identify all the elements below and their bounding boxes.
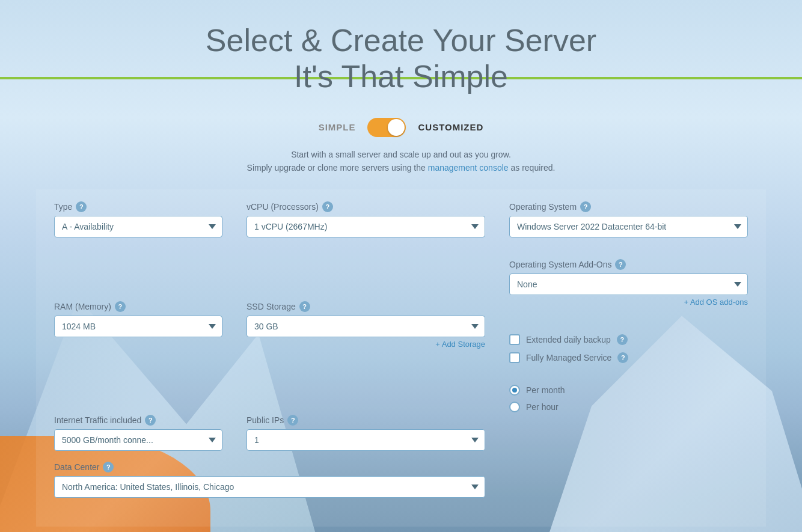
os-addons-field-group: Operating System Add-Ons ? None cPanel P… xyxy=(509,259,748,307)
datacenter-field-group: Data Center ? North America: United Stat… xyxy=(54,462,485,498)
mode-toggle-switch[interactable] xyxy=(367,118,406,137)
vcpu-help-icon[interactable]: ? xyxy=(322,201,333,212)
public-ips-help-icon[interactable]: ? xyxy=(287,415,298,426)
datacenter-help-icon[interactable]: ? xyxy=(103,462,114,472)
per-hour-row: Per hour xyxy=(509,402,748,412)
os-help-icon[interactable]: ? xyxy=(580,201,591,212)
vcpu-field-group: vCPU (Processors) ? 1 vCPU (2667MHz) 2 v… xyxy=(246,201,485,290)
customized-label: CUSTOMIZED xyxy=(418,122,483,132)
managed-service-row: Fully Managed Service ? xyxy=(509,352,748,363)
public-ips-select[interactable]: 1 2 3 4 5 xyxy=(246,429,485,451)
public-ips-label: Public IPs ? xyxy=(246,415,485,426)
os-field-group: Operating System ? Windows Server 2022 D… xyxy=(509,201,748,237)
per-hour-radio[interactable] xyxy=(509,402,520,412)
ram-help-icon[interactable]: ? xyxy=(115,301,126,312)
os-addons-select[interactable]: None cPanel Plesk xyxy=(509,274,748,295)
ssd-label: SSD Storage ? xyxy=(246,301,485,312)
type-select[interactable]: A - Availability P - Performance M - Mem… xyxy=(54,216,222,237)
extended-backup-checkbox[interactable] xyxy=(509,334,520,345)
title-line1: Select & Create Your Server xyxy=(206,23,596,58)
datacenter-select[interactable]: North America: United States, Illinois, … xyxy=(54,476,485,498)
extended-backup-help-icon[interactable]: ? xyxy=(617,334,628,345)
type-help-icon[interactable]: ? xyxy=(76,201,87,212)
vcpu-select[interactable]: 1 vCPU (2667MHz) 2 vCPU (2667MHz) 4 vCPU… xyxy=(246,216,485,237)
subtitle-line2: Simply upgrade or clone more servers usi… xyxy=(0,161,802,174)
extended-backup-label: Extended daily backup xyxy=(526,335,611,344)
title-section: Select & Create Your Server It's That Si… xyxy=(0,12,802,101)
form-grid: Type ? A - Availability P - Performance … xyxy=(54,201,748,509)
add-os-addons-link[interactable]: + Add OS add-ons xyxy=(509,298,748,307)
ram-label: RAM (Memory) ? xyxy=(54,301,222,312)
mode-toggle-row: SIMPLE CUSTOMIZED xyxy=(0,118,802,137)
ram-select[interactable]: 512 MB 1024 MB 2048 MB 4096 MB xyxy=(54,316,222,337)
simple-label: SIMPLE xyxy=(319,122,356,132)
ram-field-group: RAM (Memory) ? 512 MB 1024 MB 2048 MB 40… xyxy=(54,301,222,402)
traffic-label: Internet Traffic included ? xyxy=(54,415,222,426)
type-label: Type ? xyxy=(54,201,222,212)
extended-backup-row: Extended daily backup ? xyxy=(509,334,748,345)
os-column: Operating System ? Windows Server 2022 D… xyxy=(509,201,748,412)
traffic-help-icon[interactable]: ? xyxy=(145,415,156,426)
datacenter-label: Data Center ? xyxy=(54,462,485,472)
ssd-select[interactable]: 30 GB 60 GB 120 GB xyxy=(246,316,485,337)
os-select[interactable]: Windows Server 2022 Datacenter 64-bit Ub… xyxy=(509,216,748,237)
type-field-group: Type ? A - Availability P - Performance … xyxy=(54,201,222,290)
title-line2: It's That Simple xyxy=(294,59,508,94)
traffic-select[interactable]: 5000 GB/month conne... 10000 GB/month Un… xyxy=(54,429,222,451)
managed-service-checkbox[interactable] xyxy=(509,352,520,363)
os-addons-help-icon[interactable]: ? xyxy=(615,259,626,270)
subtitle-section: Start with a small server and scale up a… xyxy=(0,148,802,175)
billing-radio-group: Per month Per hour xyxy=(509,385,748,412)
ssd-help-icon[interactable]: ? xyxy=(299,301,310,312)
public-ips-field-group: Public IPs ? 1 2 3 4 5 xyxy=(246,415,485,451)
toggle-knob xyxy=(388,119,405,136)
per-month-row: Per month xyxy=(509,385,748,396)
form-area: Type ? A - Availability P - Performance … xyxy=(36,189,766,527)
add-storage-link[interactable]: + Add Storage xyxy=(246,340,485,349)
per-hour-label: Per hour xyxy=(526,402,559,412)
per-month-radio[interactable] xyxy=(509,385,520,396)
checkbox-group: Extended daily backup ? Fully Managed Se… xyxy=(509,334,748,363)
vcpu-label: vCPU (Processors) ? xyxy=(246,201,485,212)
page-title: Select & Create Your Server It's That Si… xyxy=(0,23,802,95)
os-label: Operating System ? xyxy=(509,201,748,212)
subtitle-line1: Start with a small server and scale up a… xyxy=(0,148,802,161)
managed-service-label: Fully Managed Service xyxy=(526,353,611,362)
ssd-field-group: SSD Storage ? 30 GB 60 GB 120 GB + Add S… xyxy=(246,301,485,402)
os-addons-label: Operating System Add-Ons ? xyxy=(509,259,748,270)
per-month-label: Per month xyxy=(526,385,565,395)
managed-service-help-icon[interactable]: ? xyxy=(617,352,628,363)
traffic-field-group: Internet Traffic included ? 5000 GB/mont… xyxy=(54,415,222,451)
management-console-link[interactable]: management console xyxy=(428,163,509,173)
